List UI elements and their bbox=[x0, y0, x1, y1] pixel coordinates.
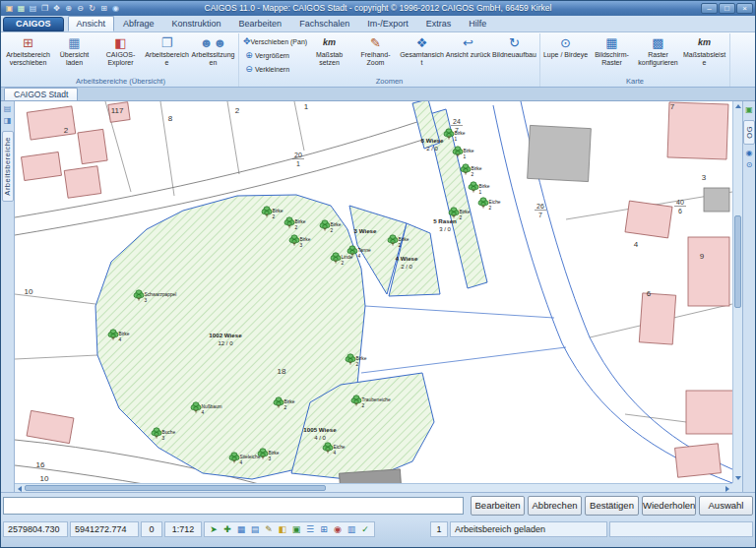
wiederholen-button[interactable]: Wiederholen bbox=[642, 496, 696, 516]
ribbon-button-bersicht-laden[interactable]: ▦Übersicht laden bbox=[51, 33, 97, 77]
tree-number: 1 bbox=[479, 190, 482, 195]
quickaccess-grid-icon[interactable]: ⊞ bbox=[98, 2, 109, 15]
ribbon-button-label: Ansicht zurück bbox=[446, 51, 491, 59]
ribbon-button-ansicht-zur-ck[interactable]: ↩Ansicht zurück bbox=[445, 33, 491, 77]
horizontal-scroll-thumb[interactable] bbox=[25, 485, 326, 491]
right-magnifier-icon[interactable]: ⊙ bbox=[743, 159, 755, 171]
document-tab-caigos-stadt[interactable]: CAIGOS Stadt bbox=[4, 88, 78, 100]
ribbon-group-label: Arbeitsbereiche (Übersicht) bbox=[5, 77, 236, 87]
tree-label: Birke bbox=[273, 209, 284, 213]
status-snap-icon[interactable]: ▣ bbox=[290, 522, 302, 536]
best-tigen-button[interactable]: Bestätigen bbox=[585, 496, 639, 516]
parcel-number-text: 18 bbox=[278, 367, 286, 376]
ribbon-button-arbeitsbereich-verschieben[interactable]: ⊞Arbeitsbereich verschieben bbox=[5, 33, 51, 77]
ribbon-button-raster-konfigurieren[interactable]: ▩Raster konfigurieren bbox=[635, 33, 681, 77]
quickaccess-redraw-icon[interactable]: ↻ bbox=[87, 2, 97, 15]
ribbon-button-freihand-zoom[interactable]: ✎Freihand-Zoom bbox=[352, 33, 399, 77]
ribbon-button-lupe-birdeye[interactable]: ⊙Lupe / Birdeye bbox=[542, 33, 589, 77]
tab-fachschalen[interactable]: Fachschalen bbox=[290, 16, 358, 31]
quickaccess-zoom-out-icon[interactable]: ⊖ bbox=[75, 2, 86, 15]
tab-konstruktion[interactable]: Konstruktion bbox=[163, 16, 230, 31]
vertical-scroll-thumb[interactable] bbox=[734, 215, 741, 307]
quickaccess-info-icon[interactable]: ◉ bbox=[110, 2, 121, 15]
ribbon-button-label: Lupe / Birdeye bbox=[543, 51, 589, 59]
ribbon-button-label: CAIGOS-Explorer bbox=[98, 51, 144, 67]
quickaccess-app-icon[interactable]: ▣ bbox=[4, 2, 15, 15]
status-ok-icon[interactable]: ✓ bbox=[359, 522, 371, 536]
right-birdeye-icon[interactable]: ◉ bbox=[743, 148, 755, 159]
ribbon-button-verkleinern[interactable]: ⊖Verkleinern bbox=[241, 62, 306, 76]
right-layer-green-icon[interactable]: ▣ bbox=[743, 104, 755, 116]
area-label-count: 4 / 0 bbox=[314, 435, 326, 441]
tab-extras[interactable]: Extras bbox=[417, 16, 461, 31]
ribbon-button-bildschirm-raster[interactable]: ▦Bildschirm-Raster bbox=[589, 33, 635, 77]
status-edit-icon[interactable]: ✎ bbox=[263, 522, 275, 536]
tree-label: Birke bbox=[269, 451, 280, 456]
status-folder-icon[interactable]: ◧ bbox=[277, 522, 288, 536]
status-list-icon[interactable]: ☰ bbox=[304, 522, 316, 536]
left-workspace-list-icon[interactable]: ◨ bbox=[2, 115, 14, 127]
status-grid-map-icon[interactable]: ▦ bbox=[235, 522, 247, 536]
tree-number: 2 bbox=[331, 228, 334, 233]
left-pages-icon[interactable]: ▤ bbox=[2, 103, 14, 115]
ribbon-button-bildneuaufbau[interactable]: ↻Bildneuaufbau bbox=[491, 33, 537, 77]
tab-bearbeiten[interactable]: Bearbeiten bbox=[230, 16, 291, 31]
scroll-left-arrow[interactable] bbox=[18, 486, 22, 492]
scroll-up-arrow[interactable] bbox=[735, 104, 741, 108]
quickaccess-zoom-in-icon[interactable]: ⊕ bbox=[63, 2, 74, 15]
ribbon-button-arbeitsbereiche[interactable]: ❐Arbeitsbereiche bbox=[144, 33, 190, 77]
ribbon-button-ma-stabsleiste[interactable]: kmMaßstabsleiste bbox=[681, 33, 727, 77]
quickaccess-open-map-icon[interactable]: ▦ bbox=[16, 2, 27, 15]
quickaccess-save-icon[interactable]: ▤ bbox=[28, 2, 38, 15]
ribbon-button-ma-stab-setzen[interactable]: kmMaßstab setzen bbox=[306, 33, 352, 77]
tree-label: Birke bbox=[284, 399, 295, 404]
window-minimize-button[interactable]: – bbox=[701, 3, 718, 14]
status-add-icon[interactable]: ✚ bbox=[221, 522, 233, 536]
status-raster-icon[interactable]: ⊞ bbox=[318, 522, 330, 536]
ribbon-button-label: Arbeitsbereich verschieben bbox=[6, 51, 51, 67]
tab-im-export[interactable]: Im-/Export bbox=[358, 16, 417, 31]
tab-hilfe[interactable]: Hilfe bbox=[460, 16, 495, 31]
tab-ansicht[interactable]: Ansicht bbox=[68, 16, 115, 31]
caigos-app-button[interactable]: CAIGOS bbox=[3, 17, 64, 31]
vertical-scrollbar[interactable] bbox=[732, 101, 742, 483]
ribbon-button-vergr-ern[interactable]: ⊕Vergrößern bbox=[241, 48, 306, 62]
status-record-icon[interactable]: ◉ bbox=[332, 522, 344, 536]
status-table-icon[interactable]: ▥ bbox=[346, 522, 357, 536]
ribbon-button-arbeitssitzungen[interactable]: ☻☻Arbeitssitzungen bbox=[190, 33, 236, 77]
arbeitsbereich-verschieben-icon: ⊞ bbox=[23, 34, 33, 51]
area-label-count: 12 / 0 bbox=[218, 340, 233, 346]
abbrechen-button[interactable]: Abbrechen bbox=[528, 496, 582, 516]
ribbon-button-gesamtansicht[interactable]: ❖Gesamtansicht bbox=[399, 33, 445, 77]
ribbon-button-caigos-explorer[interactable]: ◧CAIGOS-Explorer bbox=[97, 33, 144, 77]
ribbon-button-label: Verschieben (Pan) bbox=[251, 38, 308, 45]
ribbon-button-label: Freihand-Zoom bbox=[353, 51, 399, 67]
quickaccess-print-icon[interactable]: ❐ bbox=[39, 2, 50, 15]
scroll-right-arrow[interactable] bbox=[725, 486, 729, 492]
auswahl-button[interactable]: Auswahl bbox=[699, 496, 753, 516]
parcel-number-text: 10 bbox=[25, 287, 33, 296]
command-input[interactable] bbox=[3, 497, 464, 515]
ribbon-button-verschieben-pan[interactable]: ✥Verschieben (Pan) bbox=[241, 34, 306, 48]
verschieben-pan-icon: ✥ bbox=[243, 36, 251, 46]
tree-label: Eiche bbox=[334, 445, 346, 450]
right-panel-tab[interactable]: OG bbox=[743, 120, 755, 145]
ansicht-zur-ck-icon: ↩ bbox=[463, 34, 473, 51]
status-layers-icon[interactable]: ▤ bbox=[249, 522, 261, 536]
horizontal-scrollbar[interactable] bbox=[15, 483, 732, 492]
status-play-icon[interactable]: ➤ bbox=[208, 522, 220, 536]
quickaccess-pan-icon[interactable]: ✥ bbox=[51, 2, 62, 15]
window-close-button[interactable]: × bbox=[736, 3, 753, 14]
tab-abfrage[interactable]: Abfrage bbox=[114, 16, 163, 31]
ribbon-tab-bar: CAIGOS AnsichtAbfrageKonstruktionBearbei… bbox=[1, 16, 755, 32]
status-filler bbox=[609, 521, 753, 537]
parcel-denominator: 6 bbox=[678, 208, 682, 214]
ribbon-group-karte: ⊙Lupe / Birdeye▦Bildschirm-Raster▩Raster… bbox=[540, 33, 730, 87]
bearbeiten-button[interactable]: Bearbeiten bbox=[471, 496, 525, 516]
left-panel-tab[interactable]: Arbeitsbereiche bbox=[2, 131, 14, 202]
window-maximize-button[interactable]: □ bbox=[719, 3, 735, 14]
scroll-down-arrow[interactable] bbox=[735, 476, 741, 480]
parcel-number: 2 bbox=[235, 106, 240, 115]
area-label-name: 1005 Wiese bbox=[303, 426, 337, 433]
map-canvas[interactable]: Birke2Birke2Birke3Birke2Linde2Tanne4Birk… bbox=[15, 101, 732, 483]
